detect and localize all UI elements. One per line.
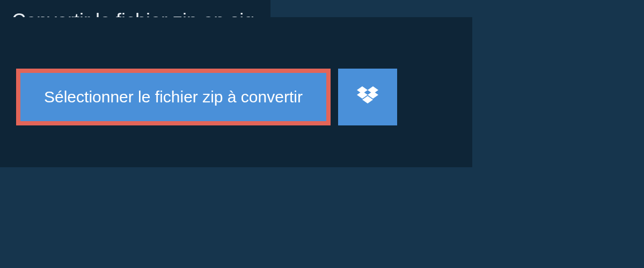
- select-file-label: Sélectionner le fichier zip à convertir: [44, 88, 303, 106]
- converter-panel: Sélectionner le fichier zip à convertir: [0, 17, 472, 167]
- select-file-button[interactable]: Sélectionner le fichier zip à convertir: [20, 73, 326, 121]
- dropbox-icon: [357, 86, 378, 108]
- dropbox-button[interactable]: [338, 69, 397, 125]
- action-row: Sélectionner le fichier zip à convertir: [16, 69, 397, 125]
- select-file-highlight: Sélectionner le fichier zip à convertir: [16, 69, 331, 125]
